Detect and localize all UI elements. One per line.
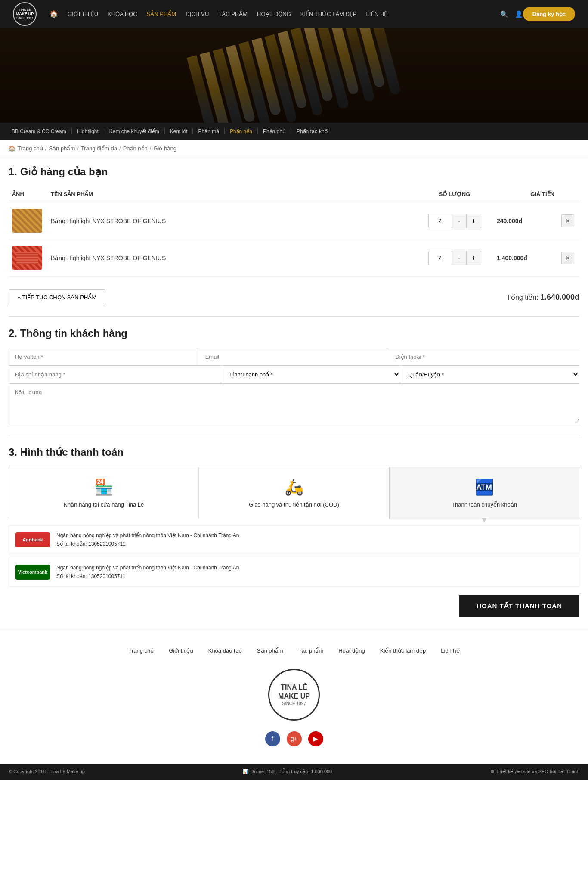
qty-decrease-button[interactable]: - [452,214,467,228]
product-price: 240.000đ [497,218,522,224]
cart-total: Tổng tiền: 1.640.000đ [507,293,579,302]
submenu-phanphu[interactable]: Phấn phủ [258,128,291,134]
quantity-input[interactable] [428,251,452,265]
footer-stats: 📊 Online: 156 - Tổng truy cập: 1.800.000 [243,769,332,774]
customer-info-title: 2. Thông tin khách hàng [9,327,579,339]
delivery-icon: 🛵 [285,478,304,496]
breadcrumb-phannenn[interactable]: Phấn nền [123,145,148,152]
footer-link-knowledge[interactable]: Kiến thức làm đẹp [380,647,426,654]
submenu-kemche[interactable]: Kem che khuyết điểm [104,128,165,134]
payment-option-store[interactable]: 🏪 Nhận hàng tại cửa hàng Tina Lê [9,467,199,519]
total-amount: 1.640.000đ [540,293,579,301]
province-select[interactable]: Tỉnh/Thành phố * [221,366,400,383]
qty-decrease-button[interactable]: - [452,251,467,265]
footer-copyright: © Copyright 2018 - Tina Lê Make up [9,769,85,774]
payment-option-label: Thanh toán chuyển khoản [452,501,517,508]
checkout-button-wrap: HOÀN TẤT THANH TOÁN [9,595,579,617]
footer-link-home[interactable]: Trang chủ [128,647,154,654]
notes-field[interactable] [9,384,579,423]
payment-option-transfer[interactable]: 🏧 Thanh toán chuyển khoản [389,467,579,519]
footer-links-area: Trang chủ Giới thiệu Khóa đào tạo Sản ph… [0,630,588,764]
site-header: TINA LÊ MAKE UP SINCE 1997 🏠 GIỚI THIỆU … [0,0,588,28]
nav-gioithieu[interactable]: GIỚI THIỆU [68,11,98,17]
col-name: TÊN SẢN PHẨM [47,186,416,202]
social-googleplus[interactable]: g+ [287,731,302,746]
submenu-phanma[interactable]: Phấn má [193,128,224,134]
cart-table: ẢNH TÊN SẢN PHẨM SỐ LƯỢNG GIÁ TIỀN [9,186,579,277]
delete-item-button[interactable]: ✕ [561,214,574,227]
breadcrumb-trangdiemda[interactable]: Trang điểm da [81,145,117,152]
breadcrumb-current: Giỏ hàng [153,145,176,152]
submenu-phantaokhoi[interactable]: Phấn tạo khối [291,128,334,134]
breadcrumb-icon: 🏠 [9,145,15,152]
nav-hoatdong[interactable]: HOẠT ĐỘNG [257,11,291,17]
submenu-kemlot[interactable]: Kem lót [165,128,193,134]
agribank-details: Ngân hàng nông nghiệp và phát triển nông… [56,531,239,549]
nav-dichvu[interactable]: DỊCH VỤ [186,11,209,17]
main-content: 1. Giỏ hàng của bạn ẢNH TÊN SẢN PHẨM SỐ … [0,157,588,630]
bank-info-agribank: Agribank Ngân hàng nông nghiệp và phát t… [9,525,579,554]
table-row: Bảng Highlight NYX STROBE OF GENIUS - + … [9,239,579,277]
user-icon[interactable]: 👤 [515,10,523,18]
quantity-control: - + [419,251,490,265]
col-qty: SỐ LƯỢNG [416,186,493,202]
breadcrumb-home[interactable]: Trang chủ [18,145,43,152]
continue-shopping-button[interactable]: « TIẾP TỤC CHỌN SẢN PHẨM [9,289,105,305]
logo[interactable]: TINA LÊ MAKE UP SINCE 1997 [13,2,37,26]
main-nav: 🏠 GIỚI THIỆU KHÓA HỌC SẢN PHẨM DỊCH VỤ T… [50,10,494,18]
social-youtube[interactable]: ▶ [308,731,323,746]
logo-bot: SINCE 1997 [16,16,33,20]
breadcrumb: 🏠 Trang chủ / Sản phẩm / Trang điểm da /… [0,140,588,157]
vietcombank-details: Ngân hàng nông nghiệp và phát triển nông… [56,563,239,581]
delete-item-button[interactable]: ✕ [561,252,574,264]
header-icons: 🔍 👤 [500,10,523,18]
logo-top: TINA LÊ [19,8,31,12]
category-submenu: BB Cream & CC Cream Hightlight Kem che k… [0,123,588,140]
footer-link-activities[interactable]: Hoạt động [338,647,365,654]
footer-logo: TINA LÊ MAKE UP SINCE 1997 [9,669,579,721]
submenu-bbcream[interactable]: BB Cream & CC Cream [6,128,72,134]
checkout-button[interactable]: HOÀN TẤT THANH TOÁN [459,595,579,617]
fullname-field[interactable] [9,348,199,365]
footer-bottom-bar: © Copyright 2018 - Tina Lê Make up 📊 Onl… [0,764,588,780]
qty-increase-button[interactable]: + [467,251,481,265]
product-name: Bảng Highlight NYX STROBE OF GENIUS [51,218,166,224]
footer-link-about[interactable]: Giới thiệu [169,647,193,654]
footer-link-contact[interactable]: Liên hệ [441,647,459,654]
nav-home[interactable]: 🏠 [50,10,58,18]
qty-increase-button[interactable]: + [467,214,481,228]
name-email-phone-row [9,348,579,366]
social-facebook[interactable]: f [265,731,280,746]
nav-kienthuc[interactable]: KIẾN THỨC LÀM ĐẸP [300,11,357,17]
store-icon: 🏪 [94,478,114,496]
agribank-logo: Agribank [15,532,50,547]
submenu-phannenn[interactable]: Phấn nền [225,128,258,134]
register-button[interactable]: Đăng ký học [523,7,575,21]
search-icon[interactable]: 🔍 [500,10,508,18]
bank-info-vietcombank: Vietcombank Ngân hàng nông nghiệp và phá… [9,558,579,587]
cart-section: 1. Giỏ hàng của bạn ẢNH TÊN SẢN PHẨM SỐ … [9,166,579,305]
nav-lienhe[interactable]: LIÊN HỆ [366,11,388,17]
breadcrumb-sanpham[interactable]: Sản phẩm [49,145,75,152]
product-image [12,209,42,233]
customer-info-section: 2. Thông tin khách hàng Tỉnh/Thành phố *… [9,327,579,424]
address-field[interactable] [9,366,221,383]
hero-banner [0,28,588,123]
quantity-input[interactable] [428,214,452,228]
nav-sanpham[interactable]: SẢN PHẨM [147,11,176,17]
nav-khoahoc[interactable]: KHÓA HỌC [108,11,137,17]
cart-title: 1. Giỏ hàng của bạn [9,166,579,178]
district-select[interactable]: Quận/Huyện * [400,366,579,383]
footer-link-courses[interactable]: Khóa đào tạo [208,647,242,654]
submenu-highlight[interactable]: Hightlight [72,128,104,134]
email-field[interactable] [199,348,390,365]
payment-option-cod[interactable]: 🛵 Giao hàng và thu tiền tận nơi (COD) [199,467,389,519]
phone-field[interactable] [389,348,579,365]
footer-link-products[interactable]: Sản phẩm [257,647,283,654]
payment-title: 3. Hình thức thanh toán [9,446,579,458]
footer-link-works[interactable]: Tác phẩm [298,647,324,654]
logo-mid: MAKE UP [16,12,34,16]
footer-logo-line2: MAKE UP [278,692,310,701]
nav-tacpham[interactable]: TÁC PHẨM [219,11,248,17]
product-image [12,246,42,270]
